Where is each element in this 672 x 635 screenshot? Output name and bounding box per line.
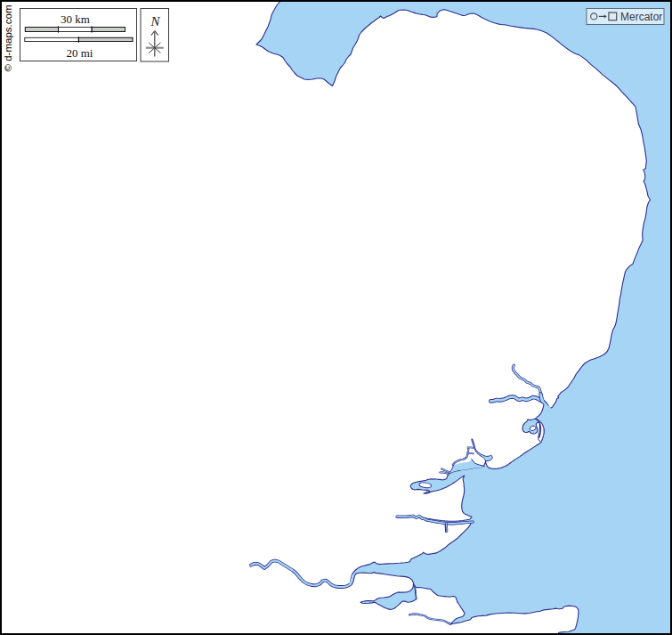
svg-text:N: N xyxy=(150,14,160,28)
svg-text:© d-maps.com: © d-maps.com xyxy=(3,5,13,72)
svg-text:30 km: 30 km xyxy=(61,12,90,26)
svg-text:Mercator: Mercator xyxy=(620,11,662,23)
svg-text:20 mi: 20 mi xyxy=(67,46,93,60)
